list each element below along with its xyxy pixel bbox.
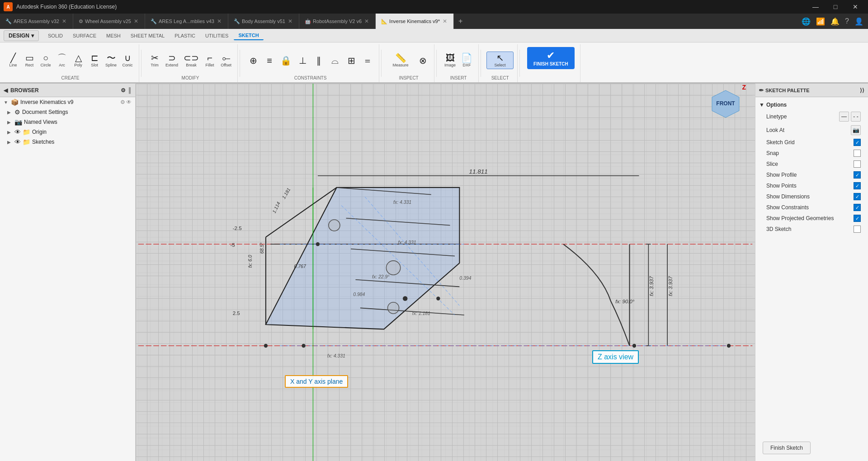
spline-icon: 〜: [107, 53, 116, 62]
mode-solid[interactable]: SOLID: [43, 32, 67, 40]
tool-fixed[interactable]: 🔒: [278, 55, 294, 66]
tool-equal[interactable]: ＝: [360, 55, 375, 66]
canvas[interactable]: FRONT Z 11.811: [136, 84, 755, 461]
tool-collinear[interactable]: ≡: [262, 55, 277, 66]
mode-sketch[interactable]: SKETCH: [234, 31, 263, 40]
look-at-icon[interactable]: 📷: [851, 125, 861, 135]
tool-offset[interactable]: ⟜Offset: [218, 52, 234, 69]
design-dropdown[interactable]: DESIGN ▾: [4, 30, 39, 41]
finish-sketch-panel-button[interactable]: Finish Sketch: [763, 442, 811, 454]
tab-wheel-assembly[interactable]: ⚙ Wheel Assembly v25 ✕: [73, 14, 145, 29]
maximize-button[interactable]: □: [826, 0, 844, 14]
linetype-dashed-icon[interactable]: - -: [851, 112, 861, 122]
settings-icon[interactable]: ⚙: [120, 99, 125, 105]
tool-insert-image[interactable]: 🖼Image: [442, 52, 458, 69]
tab-inverse-kinematics[interactable]: 📐 Inverse Kinematics v9* ✕: [376, 14, 454, 29]
mode-plastic[interactable]: PLASTIC: [170, 32, 200, 40]
user-icon[interactable]: 👤: [853, 16, 865, 27]
notification-icon[interactable]: 🔔: [829, 16, 841, 27]
sidebar-settings-icon[interactable]: ⚙: [121, 87, 126, 94]
tab-close-button[interactable]: ✕: [363, 18, 370, 25]
settings-icon: ⚙: [14, 108, 20, 116]
sidebar-item-inverse-kinematics[interactable]: ▼ 📦 Inverse Kinematics v9 ⚙ 👁: [0, 97, 135, 107]
tool-measure[interactable]: 📏Measure: [387, 52, 414, 69]
visibility-icon[interactable]: 👁: [126, 99, 132, 105]
sidebar-item-named-views[interactable]: ▶ 📷 Named Views: [0, 117, 135, 127]
tool-coincident[interactable]: ⊕: [245, 55, 261, 66]
add-tab-button[interactable]: +: [454, 14, 467, 29]
tool-rectangle[interactable]: ▭Rect: [22, 52, 37, 69]
tab-robot-assembly[interactable]: 🤖 RobotAssembly V2 v6 ✕: [299, 14, 376, 29]
tool-slot[interactable]: ⊏Slot: [87, 52, 102, 69]
snap-checkbox[interactable]: [854, 150, 861, 157]
tool-perpendicular[interactable]: ⊥: [295, 55, 310, 66]
snap-label: Snap: [766, 150, 854, 156]
tab-ares-leg[interactable]: 🔧 ARES Leg A...mblies v43 ✕: [145, 14, 228, 29]
show-constraints-checkbox[interactable]: ✓: [854, 204, 861, 211]
tab-close-button[interactable]: ✕: [216, 18, 222, 25]
minimize-button[interactable]: —: [807, 0, 825, 14]
slice-checkbox[interactable]: [854, 160, 861, 168]
rect-icon: ▭: [25, 53, 34, 62]
tab-close-button[interactable]: ✕: [61, 18, 67, 25]
tool-extend[interactable]: ⊃Extend: [163, 52, 180, 69]
tab-ares-assembly[interactable]: 🔧 ARES Assembly v32 ✕: [0, 14, 73, 29]
ribbon-group-insert: 🖼Image 📄DXF INSERT: [439, 44, 479, 82]
tool-spline[interactable]: 〜Spline: [103, 52, 119, 69]
separator: [436, 50, 437, 77]
sidebar-item-document-settings[interactable]: ▶ ⚙ Document Settings: [0, 107, 135, 117]
inspect-group-label: INSPECT: [399, 75, 418, 81]
tool-tangent[interactable]: ⌓: [327, 55, 343, 66]
mode-utilities[interactable]: UTILITIES: [201, 32, 233, 40]
close-button[interactable]: ✕: [846, 0, 864, 14]
sidebar-collapse-icon[interactable]: ║: [127, 87, 132, 94]
show-dimensions-checkbox[interactable]: ✓: [854, 193, 861, 200]
sketch-grid-checkbox[interactable]: ✓: [854, 139, 861, 146]
tool-circle[interactable]: ○Circle: [38, 52, 53, 69]
help-icon[interactable]: ?: [843, 16, 851, 26]
canvas-background: [136, 84, 755, 461]
tool-select[interactable]: ↖ Select: [486, 52, 514, 69]
browser-icon[interactable]: 🌐: [800, 16, 812, 27]
tool-conic[interactable]: ∪Conic: [120, 52, 135, 69]
tool-break[interactable]: ⊂⊃Break: [181, 52, 201, 69]
options-section-header[interactable]: ▼ Options: [759, 100, 864, 110]
modify-tools: ✂Trim ⊃Extend ⊂⊃Break ⌐Fillet ⟜Offset: [147, 45, 234, 75]
tool-trim[interactable]: ✂Trim: [147, 52, 162, 69]
tool-symmetric[interactable]: ⊞: [344, 55, 359, 66]
tool-fillet[interactable]: ⌐Fillet: [202, 52, 217, 69]
show-profile-checkbox[interactable]: ✓: [854, 171, 861, 179]
modify-group-label: MODIFY: [182, 75, 199, 81]
separator: [519, 50, 520, 77]
sidebar-item-origin[interactable]: ▶ 👁 📁 Origin: [0, 127, 135, 137]
mode-sheet-metal[interactable]: SHEET METAL: [126, 32, 169, 40]
tab-close-button[interactable]: ✕: [287, 18, 293, 25]
tool-line[interactable]: ╱Line: [5, 52, 21, 69]
view-cube[interactable]: FRONT Z: [710, 88, 741, 120]
network-icon[interactable]: 📶: [814, 16, 827, 27]
tab-icon: 🤖: [305, 19, 311, 24]
finish-sketch-button[interactable]: ✔ FINISH SKETCH: [527, 47, 575, 69]
tab-icon: 📐: [381, 19, 387, 24]
show-points-checkbox[interactable]: ✓: [854, 182, 861, 189]
tab-close-button[interactable]: ✕: [442, 18, 448, 25]
measure-icon: 📏: [395, 53, 406, 62]
tool-dxf[interactable]: 📄DXF: [459, 52, 475, 69]
tool-parallel[interactable]: ∥: [311, 55, 326, 66]
3d-sketch-checkbox[interactable]: [854, 226, 861, 233]
sidebar-item-sketches[interactable]: ▶ 👁 📁 Sketches: [0, 137, 135, 147]
palette-row-show-profile: Show Profile ✓: [759, 169, 864, 180]
tool-polygon[interactable]: △Poly: [71, 52, 86, 69]
tool-interference[interactable]: ⊗: [415, 55, 430, 66]
separator: [481, 50, 481, 77]
mode-mesh[interactable]: MESH: [102, 32, 125, 40]
show-projected-checkbox[interactable]: ✓: [854, 215, 861, 222]
linetype-solid-icon[interactable]: —: [839, 112, 849, 122]
ribbon-group-constraints: ⊕ ≡ 🔒 ⊥ ∥ ⌓ ⊞ ＝ CONSTRAINTS: [242, 44, 379, 82]
mode-surface[interactable]: SURFACE: [68, 32, 101, 40]
palette-expand-icon[interactable]: ⟩⟩: [860, 87, 864, 94]
expand-collapse-icon[interactable]: ◀: [4, 87, 8, 94]
tab-close-button[interactable]: ✕: [133, 18, 139, 25]
tab-body-assembly[interactable]: 🔧 Body Assembly v51 ✕: [228, 14, 299, 29]
tool-arc[interactable]: ⌒Arc: [54, 52, 70, 69]
